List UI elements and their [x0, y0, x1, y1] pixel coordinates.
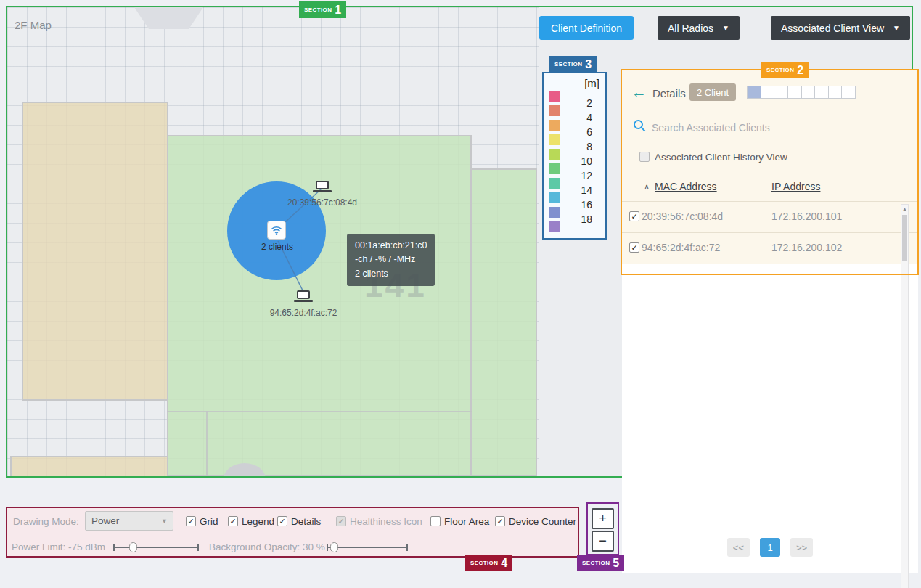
drawing-controls-panel: Drawing Mode: Power ▼ ✓ Grid ✓ Legend ✓ …	[6, 507, 579, 558]
legend-unit-label: [m]	[584, 77, 599, 89]
meter-segment	[774, 86, 788, 99]
floor-area-checkbox[interactable]: ✓	[430, 516, 441, 526]
section-4-badge: SECTION 4	[465, 555, 512, 571]
meter-segment	[787, 86, 802, 99]
zoom-out-button[interactable]: −	[592, 531, 614, 552]
meter-segment	[814, 86, 829, 99]
legend-checkbox[interactable]: ✓	[228, 516, 238, 526]
scrollbar[interactable]: ▲ ▼	[901, 204, 909, 588]
legend-swatch	[549, 134, 560, 145]
pagination: << 1 >>	[622, 538, 918, 557]
section-1-badge: SECTION 1	[299, 1, 346, 18]
search-input[interactable]: Search Associated Clients	[622, 114, 918, 142]
row-ip: 172.16.200.101	[771, 211, 842, 222]
associated-client-view-dropdown[interactable]: Associated Client View ▼	[771, 16, 910, 40]
legend-swatch	[549, 105, 560, 116]
floor-map-canvas[interactable]: 141 2 clients 20:39:56:7c:08:4d	[7, 7, 539, 476]
history-view-checkbox[interactable]: ✓	[639, 152, 650, 162]
back-arrow-icon[interactable]: ←	[631, 83, 647, 101]
check-icon: ✓	[229, 517, 236, 526]
history-view-label: Associated Client History View	[655, 152, 787, 163]
background-opacity-slider-handle[interactable]	[330, 542, 338, 552]
healthiness-icon-checkbox: ✓	[336, 516, 346, 526]
power-limit-slider-handle[interactable]	[129, 542, 137, 552]
check-icon: ✓	[496, 517, 503, 526]
laptop-icon	[316, 181, 329, 189]
table-row[interactable]: ✓ 20:39:56:7c:08:4d 172.16.200.101	[622, 202, 918, 232]
power-limit-label: Power Limit: -75 dBm	[12, 542, 105, 552]
tooltip-clients: 2 clients	[355, 267, 427, 281]
associated-clients-panel: ← Details 2 Client Search Associated Cli…	[622, 70, 918, 573]
section-5-badge: SECTION 5	[577, 555, 624, 571]
pagination-prev-button[interactable]: <<	[727, 538, 750, 557]
wifi-icon	[270, 224, 283, 237]
divider	[622, 264, 918, 264]
check-icon: ✓	[279, 517, 285, 526]
divider	[622, 173, 918, 173]
grid-checkbox[interactable]: ✓	[186, 516, 196, 526]
client-mac-label: 94:65:2d:4f:ac:72	[231, 308, 376, 318]
row-mac: 94:65:2d:4f:ac:72	[642, 242, 720, 253]
tooltip-radio: -ch / -% / -MHz	[355, 253, 427, 266]
section-3-badge: SECTION 3	[549, 56, 597, 73]
meter-segment	[828, 86, 843, 99]
scrollbar-thumb[interactable]	[902, 215, 907, 261]
client-device-marker[interactable]	[294, 290, 313, 302]
zoom-in-button[interactable]: +	[592, 508, 614, 529]
access-point-marker[interactable]	[267, 221, 286, 240]
legend-swatch	[549, 120, 560, 131]
column-header-ip[interactable]: IP Address	[771, 181, 820, 192]
section-2-badge: SECTION 2	[761, 62, 809, 78]
meter-segment	[761, 86, 775, 99]
grid-label: Grid	[200, 516, 218, 527]
client-definition-button[interactable]: Client Definition	[539, 16, 634, 40]
legend-swatch	[549, 91, 560, 102]
device-counter-checkbox[interactable]: ✓	[495, 516, 505, 526]
all-radios-dropdown[interactable]: All Radios ▼	[658, 16, 740, 40]
check-icon: ✓	[337, 517, 344, 526]
app-window: 141 2 clients 20:39:56:7c:08:4d	[0, 0, 921, 588]
background-opacity-label: Background Opacity: 30 %	[209, 542, 325, 552]
map-title: 2F Map	[15, 19, 52, 31]
drawing-mode-dropdown[interactable]: Power ▼	[85, 511, 173, 531]
details-label: Details	[291, 516, 321, 527]
background-opacity-slider[interactable]	[327, 542, 408, 553]
slider-track	[113, 547, 199, 548]
ap-info-tooltip: 00:1a:eb:cb:21:c0 -ch / -% / -MHz 2 clie…	[347, 234, 435, 286]
check-icon: ✓	[631, 243, 637, 252]
details-checkbox[interactable]: ✓	[277, 516, 287, 526]
floorplan-shape	[123, 7, 214, 29]
row-checkbox[interactable]: ✓	[629, 242, 639, 253]
slider-track	[327, 547, 408, 548]
legend-swatch	[549, 221, 560, 232]
laptop-icon	[297, 290, 310, 299]
client-meter	[747, 86, 856, 99]
row-checkbox[interactable]: ✓	[629, 211, 639, 221]
drawing-mode-value: Power	[91, 515, 119, 526]
pagination-next-button[interactable]: >>	[790, 538, 813, 557]
zoom-section-frame: + −	[586, 502, 619, 555]
row-ip: 172.16.200.102	[771, 242, 842, 253]
scroll-up-icon[interactable]: ▲	[901, 206, 908, 211]
client-mac-label: 20:39:56:7c:08:4d	[250, 197, 395, 208]
legend-swatch	[549, 207, 560, 218]
legend-swatch	[549, 163, 560, 174]
caret-down-icon: ▼	[161, 518, 168, 525]
search-placeholder: Search Associated Clients	[652, 122, 770, 134]
distance-legend: [m] 2 4 6 8 10 12 14 16 18	[542, 72, 607, 240]
legend-values: 2 4 6 8 10 12 14 16 18	[575, 96, 592, 226]
check-icon: ✓	[187, 517, 194, 526]
table-row[interactable]: ✓ 94:65:2d:4f:ac:72 172.16.200.102	[622, 233, 918, 264]
ap-client-count-label: 2 clients	[254, 242, 300, 252]
legend-label: Legend	[242, 516, 274, 527]
column-header-mac[interactable]: MAC Address	[655, 181, 717, 192]
legend-swatch	[549, 149, 560, 160]
power-limit-slider[interactable]	[113, 542, 199, 553]
client-device-marker[interactable]	[313, 181, 332, 192]
pagination-page-button[interactable]: 1	[760, 538, 780, 557]
table-header-row: ∧ MAC Address IP Address	[622, 176, 918, 201]
meter-segment	[801, 86, 816, 99]
floor-area-label: Floor Area	[444, 516, 489, 527]
floorplan-room	[10, 456, 168, 478]
caret-down-icon: ▼	[893, 25, 900, 32]
